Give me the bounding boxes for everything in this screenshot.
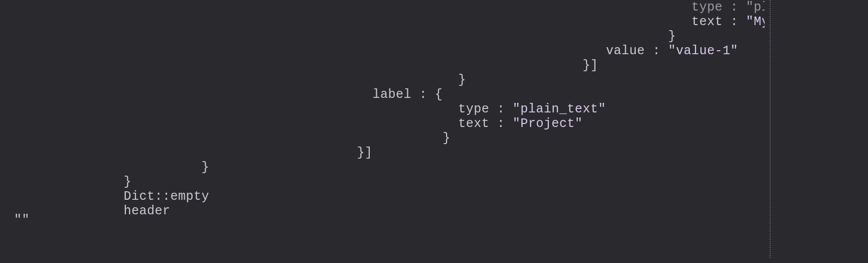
code-line: header — [7, 204, 171, 218]
string-terminator: "" — [14, 213, 30, 227]
code-line: } — [7, 73, 466, 87]
vertical-guide — [770, 0, 771, 258]
code-key: value : — [7, 44, 668, 58]
code-string: "value-1" — [668, 44, 739, 58]
code-string: "Project" — [513, 116, 583, 131]
code-line: label : { — [7, 87, 443, 102]
code-block[interactable]: type : "plain_text" text : "My New Proje… — [7, 0, 765, 258]
code-line: type : "plain_text" — [7, 0, 765, 15]
code-line: }] — [7, 58, 598, 73]
code-key: type : — [7, 102, 513, 116]
code-line: value : "value-1" — [7, 44, 738, 58]
code-line: text : "My New Project" — [7, 15, 765, 29]
code-line: } — [7, 175, 131, 189]
code-line: }] — [7, 146, 373, 160]
code-line: Dict::empty — [7, 189, 209, 204]
code-line: } — [7, 131, 451, 146]
code-line: text : "Project" — [7, 116, 583, 131]
code-string: "plain_text" — [513, 102, 606, 116]
code-string: "My New Project" — [746, 15, 765, 29]
code-content: type : "plain_text" text : "My New Proje… — [7, 0, 765, 218]
code-key: text : — [7, 116, 513, 131]
code-line: } — [7, 29, 676, 44]
code-line: } — [7, 160, 209, 175]
code-key: text : — [7, 15, 746, 29]
code-line: type : "plain_text" — [7, 102, 606, 116]
